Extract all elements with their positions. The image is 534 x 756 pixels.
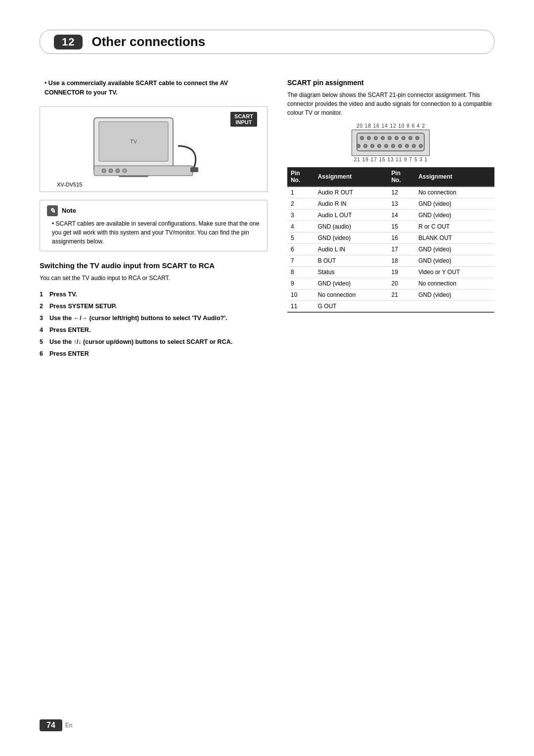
content-columns: Use a commercially available SCART cable… [40, 79, 494, 361]
table-cell: Audio L IN [314, 244, 388, 255]
step-2: 2 Press SYSTEM SETUP. [40, 301, 267, 311]
table-cell [388, 301, 415, 313]
table-cell: 18 [388, 255, 415, 267]
scart-label-box: SCARTINPUT [230, 112, 257, 127]
table-cell: No connection [415, 187, 494, 198]
table-cell: 13 [388, 198, 415, 210]
table-row: 3Audio L OUT14GND (video) [287, 210, 494, 221]
table-cell: Audio R IN [314, 198, 388, 210]
step-5: 5 Use the ↑/↓ (cursor up/down) buttons t… [40, 337, 267, 347]
table-cell: 17 [388, 244, 415, 255]
step-1: 1 Press TV. [40, 289, 267, 299]
chapter-header: 12 Other connections [40, 30, 494, 54]
page-number: 74 [40, 719, 62, 731]
table-cell: 11 [287, 301, 314, 313]
bullet-intro-text: Use a commercially available SCART cable… [44, 80, 228, 96]
table-row: 11G OUT [287, 301, 494, 313]
svg-text:TV: TV [130, 139, 137, 144]
scart-heading: SCART pin assignment [287, 79, 494, 87]
table-row: 2Audio R IN13GND (video) [287, 198, 494, 210]
scart-pins-bottom: 21 19 17 15 13 11 9 7 5 3 1 [287, 157, 494, 162]
table-cell: 2 [287, 198, 314, 210]
table-cell: 16 [388, 233, 415, 244]
svg-point-12 [360, 137, 364, 140]
table-cell: 21 [388, 289, 415, 301]
svg-point-18 [402, 137, 405, 140]
svg-point-20 [416, 137, 419, 140]
table-cell: 10 [287, 289, 314, 301]
svg-point-7 [109, 169, 113, 173]
table-row: 4GND (audio)15R or C OUT [287, 221, 494, 233]
svg-point-13 [367, 137, 371, 140]
right-column: SCART pin assignment The diagram below s… [287, 79, 494, 361]
table-cell: No connection [314, 289, 388, 301]
table-cell: Status [314, 267, 388, 278]
table-header-pin2: PinNo. [388, 167, 415, 187]
table-row: 1Audio R OUT12No connection [287, 187, 494, 198]
svg-point-22 [364, 144, 367, 148]
table-header-assign1: Assignment [314, 167, 388, 187]
svg-point-27 [399, 144, 402, 148]
table-cell: 7 [287, 255, 314, 267]
switching-subtext: You can set the TV audio input to RCA or… [40, 274, 267, 283]
table-cell: 12 [388, 187, 415, 198]
table-cell: G OUT [314, 301, 388, 313]
footer-lang: En [65, 722, 73, 729]
table-cell [415, 301, 494, 313]
table-row: 10No connection21GND (video) [287, 289, 494, 301]
table-cell: 9 [287, 278, 314, 289]
table-cell: GND (video) [415, 198, 494, 210]
table-cell: BLANK OUT [415, 233, 494, 244]
note-header: ✎ Note [47, 205, 260, 216]
table-cell: GND (audio) [314, 221, 388, 233]
table-cell: GND (video) [314, 278, 388, 289]
step-3: 3 Use the ←/→ (cursor left/right) button… [40, 313, 267, 323]
table-row: 8Status19Video or Y OUT [287, 267, 494, 278]
table-cell: R or C OUT [415, 221, 494, 233]
left-column: Use a commercially available SCART cable… [40, 79, 267, 361]
svg-point-25 [385, 144, 388, 148]
table-cell: GND (video) [415, 255, 494, 267]
svg-point-17 [395, 137, 399, 140]
note-box: ✎ Note SCART cables are available in sev… [40, 200, 267, 251]
table-cell: 14 [388, 210, 415, 221]
table-cell: GND (video) [314, 233, 388, 244]
switching-heading: Switching the TV audio input from SCART … [40, 261, 267, 270]
table-cell: GND (video) [415, 244, 494, 255]
table-cell: Audio R OUT [314, 187, 388, 198]
table-header-assign2: Assignment [415, 167, 494, 187]
table-cell: Audio L OUT [314, 210, 388, 221]
svg-point-19 [409, 137, 412, 140]
scart-body-svg [356, 132, 425, 152]
svg-point-23 [371, 144, 374, 148]
scart-connector-diagram: 20 18 16 14 12 10 8 6 4 2 [287, 123, 494, 162]
table-cell: 6 [287, 244, 314, 255]
chapter-title: Other connections [91, 34, 205, 49]
table-cell: 1 [287, 187, 314, 198]
scart-pins-top: 20 18 16 14 12 10 8 6 4 2 [287, 123, 494, 129]
note-content: SCART cables are available in several co… [47, 219, 260, 246]
step-6: 6 Press ENTER [40, 349, 267, 359]
scart-description: The diagram below shows the SCART 21-pin… [287, 91, 494, 117]
table-row: 7B OUT18GND (video) [287, 255, 494, 267]
tv-diagram: SCARTINPUT TV [40, 106, 267, 192]
table-cell: 3 [287, 210, 314, 221]
svg-rect-11 [357, 133, 424, 151]
note-text: SCART cables are available in several co… [52, 219, 260, 246]
pin-table: PinNo. Assignment PinNo. Assignment 1Aud… [287, 167, 494, 313]
table-cell: GND (video) [415, 289, 494, 301]
page: 12 Other connections Use a commercially … [0, 0, 534, 756]
table-cell: 19 [388, 267, 415, 278]
svg-point-24 [378, 144, 381, 148]
table-row: 9GND (video)20No connection [287, 278, 494, 289]
scart-body [352, 130, 430, 156]
svg-point-30 [419, 144, 423, 148]
table-cell: Video or Y OUT [415, 267, 494, 278]
table-header-pin1: PinNo. [287, 167, 314, 187]
tv-svg-container: TV [47, 114, 260, 180]
table-cell: 4 [287, 221, 314, 233]
svg-point-26 [392, 144, 395, 148]
note-title: Note [62, 207, 76, 214]
note-icon: ✎ [47, 205, 58, 216]
footer: 74 En [40, 719, 72, 731]
